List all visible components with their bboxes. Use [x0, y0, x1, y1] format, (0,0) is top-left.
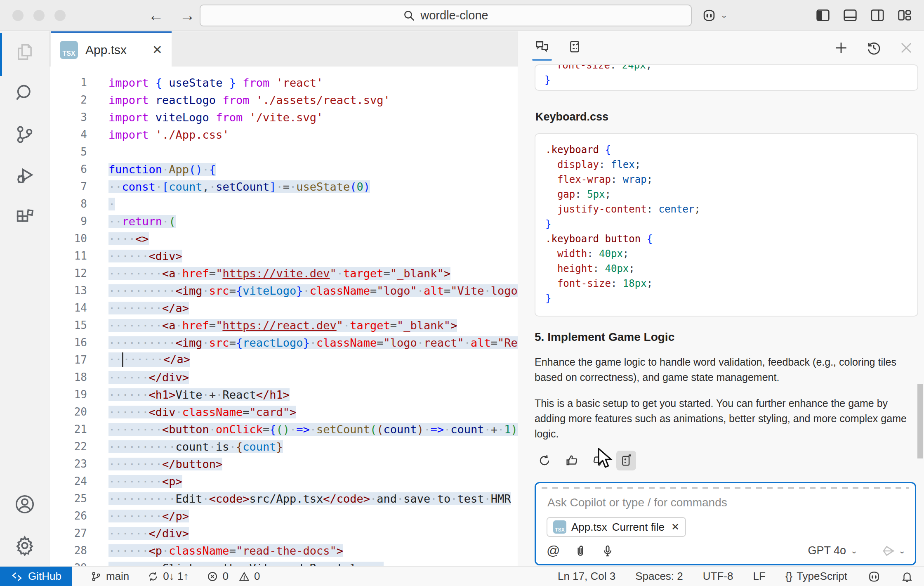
line-number: 9: [50, 215, 108, 227]
code-line[interactable]: 6function·App()·{: [50, 161, 518, 178]
code-line[interactable]: 15········<a·href="https://react.dev"·ta…: [50, 317, 518, 334]
remote-label: GitHub: [28, 570, 61, 583]
code-line[interactable]: 12········<a·href="https://vite.dev"·tar…: [50, 265, 518, 282]
line-number: 13: [50, 284, 108, 297]
chat-input-box[interactable]: Ask Copilot or type / for commands TSX A…: [535, 482, 916, 565]
thumbs-up-button[interactable]: [562, 451, 582, 470]
code-line[interactable]: 7··const·[count,·setCount]·=·useState(0): [50, 178, 518, 195]
code-line[interactable]: 11······<div>: [50, 247, 518, 265]
forward-arrow-icon[interactable]: →: [179, 0, 195, 31]
close-panel-button[interactable]: [898, 40, 914, 56]
regenerate-button[interactable]: [535, 451, 554, 470]
line-number: 5: [50, 146, 108, 158]
tsx-file-icon: TSX: [60, 41, 78, 59]
mention-button[interactable]: @: [547, 543, 560, 558]
chat-history-button[interactable]: [865, 40, 882, 56]
scrollbar-thumb[interactable]: [917, 384, 923, 458]
attach-button[interactable]: [574, 544, 587, 558]
code-line[interactable]: 26········</p>: [50, 507, 518, 525]
sidebar-item-run-debug[interactable]: [0, 155, 50, 196]
code-line[interactable]: 22··········count·is·{count}: [50, 438, 518, 455]
remote-indicator[interactable]: GitHub: [0, 567, 72, 586]
notifications-bell[interactable]: [901, 570, 913, 583]
braces-icon: {}: [785, 570, 792, 583]
sync-counts: 0↓ 1↑: [163, 570, 189, 583]
context-chip-current-file[interactable]: TSX App.tsx Current file ✕: [547, 517, 686, 537]
eol-sequence[interactable]: LF: [753, 570, 765, 583]
code-line[interactable]: 28······<p·className="read-the-docs">: [50, 542, 518, 559]
chat-bubbles-icon: [534, 38, 550, 55]
branch-name: main: [106, 570, 129, 583]
chat-input-placeholder: Ask Copilot or type / for commands: [547, 496, 915, 509]
code-line[interactable]: 13··········<img·src={viteLogo}·classNam…: [50, 282, 518, 299]
code-line[interactable]: 2import reactLogo from './assets/react.s…: [50, 91, 518, 109]
code-line[interactable]: 16··········<img·src={reactLogo}·classNa…: [50, 334, 518, 351]
run-debug-icon: [14, 165, 35, 187]
toggle-primary-sidebar-icon[interactable]: [815, 7, 831, 23]
sidebar-item-settings[interactable]: [0, 525, 50, 566]
line-number: 12: [50, 267, 108, 279]
sync-icon: [147, 571, 159, 582]
sidebar-item-search[interactable]: [0, 73, 50, 114]
command-center-search[interactable]: wordle-clone: [200, 5, 692, 26]
code-line[interactable]: 25··········Edit·<code>src/App.tsx</code…: [50, 490, 518, 507]
send-button[interactable]: ⌄: [881, 543, 906, 558]
toggle-secondary-sidebar-icon[interactable]: [870, 7, 885, 23]
minimize-window-icon[interactable]: [33, 10, 45, 21]
cursor-position[interactable]: Ln 17, Col 3: [558, 570, 615, 583]
language-mode[interactable]: {} TypeScript: [785, 570, 847, 583]
chat-view-tab[interactable]: [534, 38, 550, 57]
indentation[interactable]: Spaces: 2: [635, 570, 683, 583]
code-line[interactable]: 27······</div>: [50, 525, 518, 542]
code-line[interactable]: 3import viteLogo from '/vite.svg': [50, 109, 518, 126]
sidebar-item-source-control[interactable]: [0, 114, 50, 155]
copilot-status[interactable]: [867, 569, 881, 584]
response-actions: [535, 451, 918, 470]
css-code-line: font-size: 18px;: [545, 278, 908, 293]
code-editor[interactable]: 1import { useState } from 'react'2import…: [50, 66, 518, 566]
drag-handle: [542, 487, 909, 489]
remove-context-icon[interactable]: ✕: [671, 521, 679, 533]
close-tab-icon[interactable]: ✕: [152, 43, 163, 57]
maximize-window-icon[interactable]: [54, 10, 66, 21]
code-line[interactable]: 20······<div·className="card">: [50, 403, 518, 421]
encoding[interactable]: UTF-8: [703, 570, 733, 583]
close-window-icon[interactable]: [12, 10, 24, 21]
toggle-panel-icon[interactable]: [842, 7, 858, 23]
customize-layout-icon[interactable]: [897, 7, 912, 23]
copilot-edits-tab[interactable]: [567, 39, 582, 57]
insert-into-file-button[interactable]: [616, 451, 636, 470]
code-line[interactable]: 5: [50, 143, 518, 161]
line-number: 26: [50, 510, 108, 522]
code-line[interactable]: 23········</button>: [50, 455, 518, 473]
copilot-icon: [701, 7, 717, 23]
new-chat-button[interactable]: [833, 40, 849, 56]
css-code-line: height: 40px;: [545, 263, 908, 278]
tab-app-tsx[interactable]: TSX App.tsx ✕: [51, 31, 172, 66]
code-line[interactable]: 17········</a>: [50, 351, 518, 369]
sidebar-item-extensions[interactable]: [0, 196, 50, 238]
code-line[interactable]: 14········</a>: [50, 299, 518, 317]
copilot-menu-button[interactable]: ⌄: [701, 7, 728, 23]
code-line[interactable]: 4import './App.css': [50, 126, 518, 143]
back-arrow-icon[interactable]: ←: [148, 0, 164, 31]
code-line[interactable]: 29········Click·on·the·Vite·and·React·lo…: [50, 559, 518, 566]
problems-indicator[interactable]: 0 0: [207, 570, 260, 583]
code-line[interactable]: 21········<button·onClick={()·=>·setCoun…: [50, 421, 518, 438]
code-line[interactable]: 18······</div>: [50, 369, 518, 386]
code-line[interactable]: 1import { useState } from 'react': [50, 74, 518, 91]
code-line[interactable]: 24········<p>: [50, 473, 518, 490]
branch-indicator[interactable]: main: [90, 570, 129, 583]
model-picker[interactable]: GPT 4o ⌄: [808, 544, 858, 557]
sidebar-item-accounts[interactable]: [0, 484, 50, 525]
sync-indicator[interactable]: 0↓ 1↑: [147, 570, 189, 583]
voice-button[interactable]: [601, 544, 614, 558]
code-line[interactable]: 9··return·(: [50, 213, 518, 230]
code-line[interactable]: 10····<>: [50, 230, 518, 247]
line-number: 21: [50, 423, 108, 435]
sidebar-item-explorer[interactable]: [0, 31, 50, 73]
window-controls[interactable]: [12, 10, 66, 21]
code-line[interactable]: 8·: [50, 195, 518, 213]
code-line[interactable]: 19······<h1>Vite·+·React</h1>: [50, 386, 518, 403]
line-number: 17: [50, 354, 108, 366]
